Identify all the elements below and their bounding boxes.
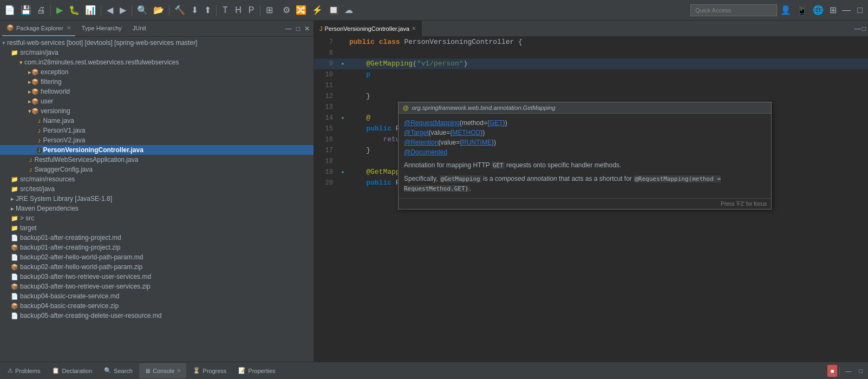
code-line[interactable]: 10 p	[314, 69, 868, 80]
tree-item[interactable]: 📁src/main/resources	[0, 174, 314, 184]
problems-label: Problems	[15, 368, 40, 374]
tree-item[interactable]: 📁src/test/java	[0, 184, 314, 194]
tab-package-explorer[interactable]: 📦 Package Explorer ✕	[2, 21, 75, 36]
tree-item[interactable]: 📄backup04-basic-create-service.md	[0, 291, 314, 301]
tree-item[interactable]: 📁src/main/java	[0, 48, 314, 57]
tree-item[interactable]: ▾restful-web-services [boot] [devtools] …	[0, 38, 314, 48]
toolbar-icon-1[interactable]: ⚙	[280, 3, 292, 17]
stop-button[interactable]: ■	[827, 365, 838, 377]
code-line[interactable]: 8	[314, 48, 868, 58]
tree-item[interactable]: ▾com.in28minutes.rest.webservices.restfu…	[0, 57, 314, 67]
popup-annotation[interactable]: @Retention(value={RUNTIME})	[404, 138, 766, 147]
toolbar-icon-4[interactable]: 🔲	[326, 3, 341, 17]
window-control-3[interactable]: 🌐	[811, 3, 826, 17]
requestmapping-link[interactable]: @RequestMapping	[404, 119, 460, 127]
toolbar-icon-3[interactable]: ⚡	[310, 3, 325, 17]
panel-maximize[interactable]: □	[295, 24, 302, 33]
tree-item-label: filtering	[41, 78, 62, 86]
print-button[interactable]: 🖨	[35, 3, 48, 17]
back-button[interactable]: ◀	[104, 3, 116, 17]
status-tab-search[interactable]: 🔍 Search	[99, 363, 138, 378]
build-btn[interactable]: 🔨	[172, 3, 187, 17]
tree-item[interactable]: ▸📦helloworld	[0, 87, 314, 96]
window-min[interactable]: —	[840, 3, 853, 17]
quick-access-input[interactable]: Quick Access	[690, 4, 777, 16]
code-line[interactable]: 11	[314, 80, 868, 91]
popup-annotation[interactable]: @Target(value={METHOD})	[404, 128, 766, 138]
tree-item[interactable]: 📄backup03-after-two-retrieve-user-servic…	[0, 272, 314, 282]
tab-junit[interactable]: JUnit	[128, 21, 151, 36]
perspective-open[interactable]: ⊞	[263, 3, 275, 17]
window-control-4[interactable]: ⊞	[827, 3, 839, 17]
tree-item-icon: 📁	[11, 186, 18, 193]
retention-link[interactable]: @Retention	[404, 139, 439, 146]
status-tab-progress[interactable]: ⏳ Progress	[187, 363, 232, 378]
tree-item[interactable]: 📦backup02-after-hello-world-path-param.z…	[0, 262, 314, 272]
forward-button[interactable]: ▶	[117, 3, 129, 17]
tree-item[interactable]: JPersonVersioningController.java	[0, 145, 314, 155]
toolbar-icon-5[interactable]: ☁	[342, 3, 355, 17]
tree-item-icon: 📄	[11, 273, 18, 280]
new-button[interactable]: 📄	[2, 3, 17, 17]
code-line[interactable]: 7public class PersonVersioningController…	[314, 37, 868, 48]
tree-item[interactable]: ▾📦versioning	[0, 106, 314, 116]
tree-item[interactable]: 📦backup01-after-creating-project.zip	[0, 243, 314, 252]
target-link[interactable]: @Target	[404, 129, 429, 136]
open-type-hierarchy[interactable]: H	[232, 3, 244, 17]
panel-minimize[interactable]: —	[284, 24, 293, 33]
window-max[interactable]: □	[854, 3, 866, 17]
tree-item[interactable]: 📄backup01-after-creating-project.md	[0, 233, 314, 243]
status-tab-properties[interactable]: 📝 Properties	[233, 363, 280, 378]
open-resource[interactable]: 📂	[151, 3, 166, 17]
code-line[interactable]: 9◈ @GetMapping("v1/person")	[314, 58, 868, 69]
run-button[interactable]: ▶	[54, 3, 66, 17]
window-control-1[interactable]: 👤	[778, 3, 793, 17]
editor-minimize[interactable]: —	[854, 25, 861, 32]
tree-item[interactable]: JRestfulWebServicesApplication.java	[0, 155, 314, 165]
status-tab-declaration[interactable]: 📋 Declaration	[47, 363, 97, 378]
editor-tab-main[interactable]: J PersonVersioningController.java ✕	[314, 21, 422, 36]
tree-item[interactable]: ▸📦filtering	[0, 77, 314, 87]
documented-link[interactable]: @Documented	[404, 148, 447, 156]
toolbar-icon-2[interactable]: 🔀	[293, 3, 309, 17]
debug-button[interactable]: 🐛	[67, 3, 82, 17]
tree-item[interactable]: ▸📦exception	[0, 67, 314, 77]
tree-item[interactable]: 📦backup03-after-two-retrieve-user-servic…	[0, 282, 314, 291]
search-btn[interactable]: 🔍	[135, 3, 150, 17]
tree-item[interactable]: 📦backup04-basic-create-service.zip	[0, 301, 314, 311]
show-in-package[interactable]: P	[245, 3, 257, 17]
status-tab-console[interactable]: 🖥 Console ✕	[139, 363, 186, 378]
popup-annotation[interactable]: @RequestMapping(method={GET})	[404, 118, 766, 128]
status-minimize[interactable]: —	[842, 365, 854, 377]
tree-item[interactable]: 📁> src	[0, 213, 314, 223]
window-control-2[interactable]: 📱	[794, 3, 810, 17]
coverage-button[interactable]: 📊	[83, 3, 98, 17]
open-type[interactable]: T	[219, 3, 231, 17]
tab-package-explorer-close[interactable]: ✕	[67, 25, 71, 31]
tree-item[interactable]: 📁target	[0, 223, 314, 233]
tree-item[interactable]: ▸JRE System Library [JavaSE-1.8]	[0, 194, 314, 204]
console-close[interactable]: ✕	[177, 368, 181, 374]
tree-item[interactable]: JPersonV1.java	[0, 126, 314, 135]
status-tab-problems[interactable]: ⚠ Problems	[2, 363, 45, 378]
popup-annotation[interactable]: @Documented	[404, 147, 766, 157]
tree-item[interactable]: JSwaggerConfig.java	[0, 165, 314, 174]
editor-maximize[interactable]: □	[862, 25, 866, 32]
tree-item[interactable]: 📄backup05-after-creating-delete-user-res…	[0, 311, 314, 321]
code-line[interactable]: 12 }	[314, 91, 868, 102]
tree-item[interactable]: 📄backup02-after-hello-world-path-param.m…	[0, 252, 314, 262]
panel-close[interactable]: ✕	[303, 24, 311, 33]
tree-item[interactable]: ▸Maven Dependencies	[0, 204, 314, 213]
next-annotation[interactable]: ⬇	[188, 3, 200, 17]
save-button[interactable]: 💾	[18, 3, 34, 17]
tree-item[interactable]: ▸📦user	[0, 96, 314, 106]
popup-class-path: org.springframework.web.bind.annotation.…	[412, 104, 556, 111]
editor-tab-close[interactable]: ✕	[412, 25, 416, 31]
tree-item[interactable]: JName.java	[0, 116, 314, 126]
line-content: @GetMapping("v1/person")	[347, 58, 868, 69]
tree-item[interactable]: JPersonV2.java	[0, 135, 314, 145]
prev-annotation[interactable]: ⬆	[201, 3, 213, 17]
status-maximize[interactable]: □	[856, 365, 866, 377]
editor-area[interactable]: 7public class PersonVersioningController…	[314, 37, 868, 362]
tab-type-hierarchy[interactable]: Type Hierarchy	[77, 21, 126, 36]
